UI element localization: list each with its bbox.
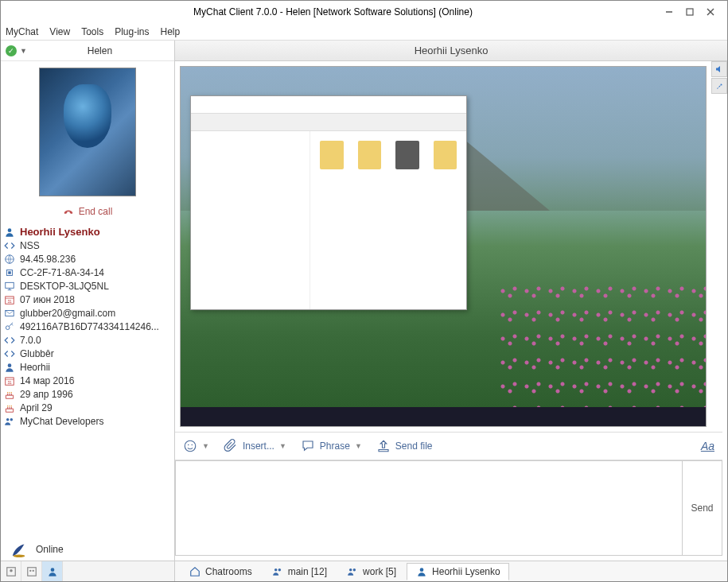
message-input[interactable] (176, 461, 682, 555)
contact-name-row: Heorhii Lysenko (1, 225, 174, 239)
info-row: glubber20@gmail.com (1, 306, 174, 320)
info-value: April 29 (20, 402, 53, 413)
info-value: NSS (20, 240, 40, 251)
monitor-icon (4, 281, 15, 292)
cal-icon: 31 (4, 375, 15, 386)
message-toolbar: ▼ Insert... ▼ Phrase ▼ Send file Aa (175, 432, 722, 460)
end-call-label: End call (79, 206, 113, 217)
close-button[interactable] (700, 4, 721, 20)
info-row: 492116A7B16D774334114246... (1, 320, 174, 333)
info-row: 3107 июн 2018 (1, 293, 174, 306)
person-icon (4, 362, 15, 373)
phrase-button[interactable]: Phrase ▼ (301, 439, 362, 453)
menu-mychat[interactable]: MyChat (6, 26, 38, 37)
avatar-image[interactable] (39, 68, 136, 196)
info-value: DESKTOP-3LJQ5NL (20, 281, 109, 292)
svg-rect-7 (8, 271, 11, 274)
svg-point-28 (29, 570, 31, 572)
sidebar-tab-profile[interactable] (42, 561, 63, 582)
attach-icon (224, 439, 238, 453)
contact-name: Heorhii Lysenko (20, 226, 100, 238)
svg-rect-8 (6, 282, 14, 288)
svg-point-35 (278, 568, 281, 571)
tab-current-chat[interactable]: Heorhii Lysenko (407, 563, 509, 580)
svg-point-23 (10, 417, 13, 421)
sidebar-tab-contacts[interactable] (1, 561, 21, 582)
format-button[interactable]: Aa (701, 440, 714, 452)
sound-icon[interactable] (711, 61, 727, 77)
group-icon (4, 416, 15, 427)
code-icon (4, 240, 15, 251)
menu-plugins[interactable]: Plug-ins (115, 26, 149, 37)
status-online-icon: ✓ (6, 45, 17, 56)
svg-point-38 (420, 568, 424, 572)
svg-point-24 (14, 554, 25, 557)
menu-help[interactable]: Help (161, 26, 181, 37)
minimize-button[interactable] (659, 4, 679, 20)
chevron-down-icon: ▼ (355, 442, 362, 450)
svg-text:31: 31 (7, 299, 12, 303)
chevron-down-icon: ▼ (20, 47, 27, 55)
svg-point-33 (192, 444, 193, 446)
quill-icon[interactable] (10, 541, 28, 558)
chevron-down-icon: ▼ (202, 442, 209, 450)
remote-explorer-window (190, 95, 467, 310)
smile-icon (183, 439, 197, 453)
menu-view[interactable]: View (49, 26, 70, 37)
tab-main[interactable]: main [12] (263, 563, 336, 580)
info-value: MyChat Developers (20, 416, 103, 427)
current-user-name: Helen (30, 45, 169, 56)
sidebar-tab-groups[interactable] (21, 561, 42, 582)
titlebar: MyChat Client 7.0.0 - Helen [Network Sof… (1, 1, 727, 23)
info-value: CC-2F-71-8A-34-14 (20, 267, 104, 278)
svg-rect-27 (27, 568, 36, 576)
sendfile-button[interactable]: Send file (376, 439, 433, 453)
sendfile-label: Send file (395, 440, 433, 452)
chip-icon (4, 267, 15, 278)
svg-point-29 (32, 570, 33, 572)
speech-icon (301, 439, 315, 453)
tab-label: Chatrooms (205, 566, 252, 577)
status-selector[interactable]: ✓ ▼ Helen (1, 41, 174, 61)
pin-icon[interactable] (711, 78, 727, 94)
bottom-tabs: Chatrooms main [12] work [5] Heorhii Lys… (175, 561, 727, 581)
info-row: Heorhii (1, 360, 174, 374)
send-label: Send (691, 502, 713, 514)
contact-info-list: Heorhii Lysenko NSS94.45.98.236CC-2F-71-… (1, 225, 174, 538)
menubar: MyChat View Tools Plug-ins Help (1, 23, 727, 41)
insert-label: Insert... (243, 440, 274, 452)
svg-point-12 (6, 325, 10, 329)
info-row: CC-2F-71-8A-34-14 (1, 266, 174, 279)
info-row: 7.0.0 (1, 333, 174, 347)
info-row: Glubbêr (1, 347, 174, 360)
menu-tools[interactable]: Tools (81, 26, 103, 37)
window-title: MyChat Client 7.0.0 - Helen [Network Sof… (7, 6, 659, 17)
svg-point-36 (349, 568, 352, 571)
svg-point-37 (353, 568, 356, 571)
info-value: 07 июн 2018 (20, 294, 75, 305)
info-row: 94.45.98.236 (1, 252, 174, 266)
message-input-area: Send (175, 460, 722, 556)
info-value: Heorhii (20, 362, 50, 373)
shared-screenshot[interactable] (180, 66, 707, 427)
key-icon (4, 321, 15, 332)
svg-point-26 (10, 569, 13, 572)
chat-title: Heorhii Lysenko (415, 45, 489, 56)
person-icon (4, 227, 15, 238)
mail-icon (4, 308, 15, 319)
svg-point-19 (7, 405, 8, 406)
info-value: 29 апр 1996 (20, 389, 73, 400)
send-button[interactable]: Send (682, 461, 722, 555)
tab-chatrooms[interactable]: Chatrooms (180, 563, 261, 580)
emoji-button[interactable]: ▼ (183, 439, 209, 453)
avatar-container (1, 61, 174, 200)
maximize-button[interactable] (679, 4, 700, 20)
tab-work[interactable]: work [5] (337, 563, 405, 580)
info-value: 14 мар 2016 (20, 375, 74, 386)
insert-button[interactable]: Insert... ▼ (224, 439, 286, 453)
info-row: April 29 (1, 401, 174, 414)
svg-point-21 (11, 405, 12, 406)
svg-point-31 (185, 440, 196, 452)
phone-hangup-icon (63, 206, 74, 217)
end-call-button[interactable]: End call (1, 200, 174, 225)
